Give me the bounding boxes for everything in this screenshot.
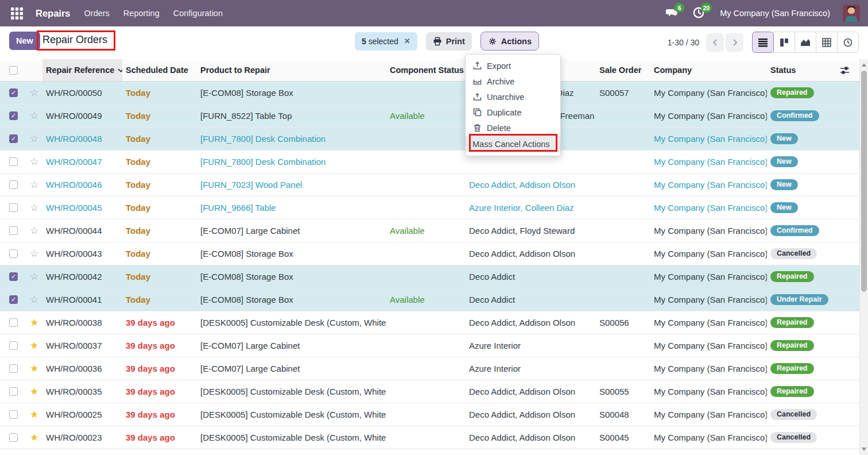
column-header-sale-order[interactable]: Sale Order	[596, 59, 650, 81]
row-checkbox[interactable]	[9, 318, 18, 327]
row-checkbox[interactable]	[9, 157, 18, 166]
row-checkbox[interactable]	[9, 410, 18, 419]
star-outline-icon[interactable]: ☆	[30, 203, 38, 213]
star-outline-icon[interactable]: ☆	[30, 134, 38, 144]
table-row[interactable]: ✓☆WH/RO/00049Today[FURN_8522] Table TopA…	[0, 105, 859, 128]
star-filled-icon[interactable]: ★	[30, 410, 38, 419]
select-all-checkbox[interactable]	[9, 66, 18, 75]
row-checkbox[interactable]	[9, 433, 18, 442]
star-outline-icon[interactable]: ☆	[30, 226, 38, 236]
menu-item-delete[interactable]: Delete	[466, 120, 560, 136]
repair-reference-value: WH/RO/00035	[46, 387, 102, 396]
repair-orders-list: Repair ReferenceScheduled DateProduct to…	[0, 59, 859, 449]
menu-item-duplicate[interactable]: Duplicate	[466, 105, 560, 120]
table-row[interactable]: ★WH/RO/0003539 days ago[DESK0005] Custom…	[0, 380, 859, 403]
row-checkbox[interactable]	[9, 180, 18, 189]
row-checkbox[interactable]	[9, 249, 18, 258]
star-outline-icon[interactable]: ☆	[30, 272, 38, 282]
menu-orders[interactable]: Orders	[84, 9, 110, 18]
row-checkbox[interactable]	[9, 203, 18, 212]
status-cell: Repaired	[767, 380, 836, 403]
scrollbar-thumb[interactable]	[861, 71, 867, 292]
table-row[interactable]: ☆WH/RO/00046Today[FURN_7023] Wood PanelD…	[0, 173, 859, 196]
menu-reporting[interactable]: Reporting	[123, 9, 160, 18]
row-checkbox[interactable]: ✓	[9, 134, 18, 143]
row-checkbox[interactable]	[9, 364, 18, 373]
gear-icon	[488, 37, 497, 46]
activities-button[interactable]: 20	[692, 6, 707, 20]
messages-button[interactable]: 6	[665, 6, 680, 20]
column-header-company[interactable]: Company	[650, 59, 767, 81]
star-outline-icon[interactable]: ☆	[30, 157, 38, 167]
star-outline-icon[interactable]: ☆	[30, 295, 38, 304]
actions-button[interactable]: Actions	[480, 32, 539, 51]
view-activity-button[interactable]	[837, 32, 859, 53]
row-checkbox[interactable]: ✓	[9, 272, 18, 281]
clear-selection-icon[interactable]: ✕	[404, 37, 410, 45]
column-header-scheduled-date[interactable]: Scheduled Date	[122, 59, 197, 81]
apps-grid-icon[interactable]	[8, 5, 25, 22]
row-checkbox[interactable]: ✓	[9, 111, 18, 120]
table-row[interactable]: ☆WH/RO/00043Today[E-COM08] Storage BoxDe…	[0, 242, 859, 265]
table-row[interactable]: ☆WH/RO/00045Today[FURN_9666] TableAzure …	[0, 196, 859, 219]
product-to-repair: [FURN_9666] Table	[197, 196, 386, 219]
star-filled-icon[interactable]: ★	[30, 433, 38, 442]
table-row[interactable]: ★WH/RO/0003739 days ago[E-COM07] Large C…	[0, 334, 859, 357]
column-header-repair-reference[interactable]: Repair Reference	[42, 59, 122, 81]
column-header-component-status[interactable]: Component Status	[386, 59, 466, 81]
star-outline-icon[interactable]: ☆	[30, 88, 38, 98]
company-switcher[interactable]: My Company (San Francisco)	[720, 9, 830, 18]
menu-item-unarchive[interactable]: Unarchive	[466, 89, 560, 105]
view-graph-button[interactable]	[795, 32, 816, 53]
star-outline-icon[interactable]: ☆	[30, 111, 38, 121]
product-to-repair: [DESK0005] Customizable Desk (Custom, Wh…	[197, 311, 386, 334]
menu-item-export[interactable]: Export	[466, 58, 560, 74]
row-checkbox[interactable]	[9, 226, 18, 235]
scheduled-date: 39 days ago	[122, 426, 197, 449]
table-row[interactable]: ☆WH/RO/00044Today[E-COM07] Large Cabinet…	[0, 219, 859, 242]
customer-value: Azure Interior, Colleen Diaz	[469, 203, 574, 213]
star-filled-icon[interactable]: ★	[30, 318, 38, 327]
pager-next-button[interactable]	[726, 33, 743, 52]
table-row[interactable]: ☆WH/RO/00047Today[FURN_7800] Desk Combin…	[0, 151, 859, 173]
star-outline-icon[interactable]: ☆	[30, 180, 38, 190]
menu-configuration[interactable]: Configuration	[173, 9, 223, 18]
vertical-scrollbar[interactable]	[859, 59, 868, 455]
scroll-down-arrow[interactable]	[862, 448, 866, 451]
table-row[interactable]: ★WH/RO/0003639 days ago[E-COM07] Large C…	[0, 357, 859, 380]
table-row[interactable]: ★WH/RO/0002539 days ago[DESK0005] Custom…	[0, 403, 859, 426]
table-row[interactable]: ✓☆WH/RO/00042Today[E-COM08] Storage BoxD…	[0, 265, 859, 288]
column-options-button[interactable]	[836, 59, 859, 81]
company: My Company (San Francisco)	[650, 105, 767, 127]
row-checkbox[interactable]: ✓	[9, 295, 18, 304]
star-filled-icon[interactable]: ★	[30, 387, 38, 396]
component-status	[386, 403, 466, 426]
print-button[interactable]: Print	[426, 32, 472, 51]
table-row[interactable]: ✓☆WH/RO/00048Today[FURN_7800] Desk Combi…	[0, 128, 859, 151]
menu-item-archive[interactable]: Archive	[466, 74, 560, 89]
app-name[interactable]: Repairs	[36, 8, 71, 19]
view-list-button[interactable]	[752, 32, 774, 53]
column-options-icon[interactable]	[840, 66, 850, 75]
table-row[interactable]: ✓☆WH/RO/00050Today[E-COM08] Storage BoxA…	[0, 82, 859, 105]
scroll-up-arrow[interactable]	[862, 63, 866, 67]
customer-value: Deco Addict	[469, 272, 515, 282]
view-pivot-button[interactable]	[816, 32, 838, 53]
pager-previous-button[interactable]	[706, 33, 724, 52]
user-avatar[interactable]	[843, 5, 860, 22]
company: My Company (San Francisco)	[650, 128, 767, 150]
star-outline-icon[interactable]: ☆	[30, 249, 38, 259]
row-checkbox[interactable]	[9, 387, 18, 396]
view-kanban-button[interactable]	[773, 32, 795, 53]
menu-item-mass-cancel-actions[interactable]: Mass Cancel Actions	[466, 136, 560, 152]
column-header-product-to-repair[interactable]: Product to Repair	[197, 59, 386, 81]
new-button[interactable]: New	[9, 32, 40, 50]
table-row[interactable]: ✓☆WH/RO/00041Today[E-COM08] Storage BoxA…	[0, 288, 859, 311]
star-filled-icon[interactable]: ★	[30, 364, 38, 373]
table-row[interactable]: ★WH/RO/0002339 days ago[DESK0005] Custom…	[0, 426, 859, 449]
row-checkbox[interactable]	[9, 341, 18, 350]
star-filled-icon[interactable]: ★	[30, 341, 38, 350]
row-checkbox[interactable]: ✓	[9, 88, 18, 97]
column-header-status[interactable]: Status	[767, 59, 836, 81]
table-row[interactable]: ★WH/RO/0003839 days ago[DESK0005] Custom…	[0, 311, 859, 334]
